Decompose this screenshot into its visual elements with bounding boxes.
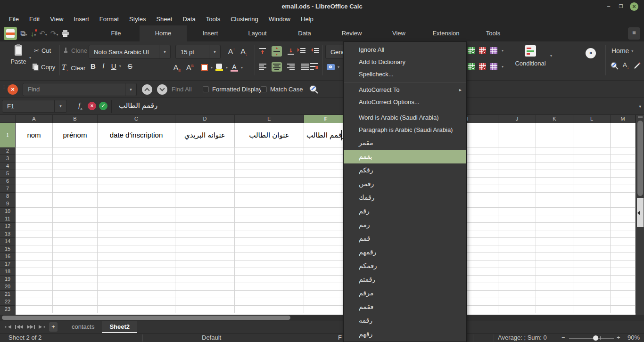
column-header[interactable]: D (175, 115, 235, 123)
row-cells[interactable] (16, 223, 636, 230)
suggestion-item[interactable]: مقمر (344, 136, 466, 150)
sheet-tab[interactable]: contacts (64, 321, 102, 333)
column-options-icon[interactable] (490, 63, 497, 70)
font-size-value[interactable]: 15 pt (176, 49, 209, 56)
row-cells[interactable] (16, 253, 636, 261)
suggestion-item[interactable]: رقمه (344, 314, 466, 327)
format-number-icon[interactable] (327, 64, 335, 70)
vertical-scrollbar-thumb[interactable] (637, 121, 643, 196)
row-cells[interactable] (16, 163, 636, 170)
underline-dropdown-icon[interactable]: ▾ (119, 64, 121, 68)
row-cells[interactable] (16, 193, 636, 200)
underline-button[interactable]: U (111, 62, 116, 70)
row-cells[interactable] (16, 178, 636, 185)
row-header[interactable]: 18 (0, 268, 16, 276)
select-all-corner[interactable] (0, 115, 16, 123)
align-top-button[interactable] (257, 46, 268, 57)
delete-column-icon[interactable] (479, 63, 486, 70)
suggestion-item[interactable]: فقمم (344, 300, 466, 314)
next-sheet-icon[interactable] (26, 325, 35, 329)
cell-reference[interactable]: F1 (2, 100, 54, 112)
previous-sheet-icon[interactable] (15, 325, 24, 329)
vertical-scrollbar[interactable] (636, 115, 644, 315)
name-box[interactable]: F1 ▾ (2, 100, 67, 113)
row1-cell[interactable] (573, 123, 611, 147)
align-bottom-button[interactable] (286, 46, 296, 57)
row-header[interactable]: 20 (0, 283, 16, 291)
row-cells[interactable] (16, 291, 636, 298)
delete-row-icon[interactable] (479, 47, 486, 54)
row-header[interactable]: 11 (0, 215, 16, 223)
row1-cell[interactable]: date d’inscription (98, 123, 175, 147)
row-header[interactable]: 8 (0, 193, 16, 200)
font-name-value[interactable]: Noto Sans Arabic UI (89, 49, 159, 56)
row-cells[interactable] (16, 215, 636, 223)
menubar-toggle-icon[interactable]: ≡ (628, 27, 640, 40)
language-menu-item[interactable]: Word is Arabic (Saudi Arabia) (344, 112, 466, 124)
menubar-item[interactable]: Format (94, 13, 124, 25)
find-history-dropdown-icon[interactable]: ▾ (125, 83, 136, 96)
number-format-dropdown-icon[interactable]: ▾ (338, 65, 339, 69)
sum-info[interactable]: Average: ; Sum: 0 (498, 334, 547, 341)
align-left-button[interactable] (257, 62, 268, 72)
column-header[interactable]: K (536, 115, 573, 123)
restore-button[interactable]: ❐ (617, 2, 625, 11)
find-close-button[interactable]: × (8, 84, 18, 95)
match-case-checkbox[interactable] (261, 86, 267, 92)
edit-mode-icon[interactable] (633, 61, 642, 70)
row1-cell[interactable]: رقمم الطالب (304, 123, 348, 147)
row1-cell[interactable]: عنوانه البريدي (175, 123, 235, 147)
cut-button[interactable]: ✂ Cut (34, 47, 51, 54)
name-box-dropdown-icon[interactable]: ▾ (54, 100, 66, 112)
row-header[interactable]: 12 (0, 223, 16, 230)
sheet-tab[interactable]: Sheet2 (102, 321, 137, 333)
row-header[interactable]: 7 (0, 185, 16, 193)
notebook-tab[interactable]: Insert (187, 25, 234, 41)
row-cells[interactable] (16, 276, 636, 283)
font-size-dropdown-icon[interactable]: ▾ (209, 45, 220, 58)
zoom-slider-handle[interactable] (593, 335, 598, 341)
row-header[interactable]: 19 (0, 276, 16, 283)
row-header[interactable]: 10 (0, 208, 16, 215)
menubar-item[interactable]: Styles (124, 13, 151, 25)
accept-icon[interactable]: ✓ (99, 102, 107, 110)
cancel-icon[interactable]: × (88, 102, 96, 110)
row-header[interactable]: 9 (0, 200, 16, 208)
context-menu-item[interactable]: AutoCorrect To ▸ (344, 84, 466, 96)
suggestion-item[interactable]: رقهم (344, 327, 466, 341)
vertical-scrollbar-top[interactable] (638, 116, 643, 118)
menubar-item[interactable]: Sheet (151, 13, 177, 25)
page-style[interactable]: Default (202, 334, 221, 341)
font-name-combobox[interactable]: Noto Sans Arabic UI ▾ (89, 45, 171, 59)
vertical-scrollbar-marker[interactable] (637, 198, 644, 227)
row-cells[interactable] (16, 230, 636, 238)
suggestion-item[interactable]: بقمم (344, 150, 466, 163)
row-header[interactable]: 13 (0, 230, 16, 238)
context-menu-item[interactable]: Add to Dictionary (344, 56, 466, 68)
suggestion-item[interactable]: رقمن (344, 177, 466, 191)
row-header[interactable]: 5 (0, 170, 16, 178)
insert-column-icon[interactable] (468, 63, 475, 70)
redo-icon[interactable]: ↷▾ (50, 29, 58, 38)
row-cells[interactable] (16, 155, 636, 163)
row-header[interactable]: 14 (0, 238, 16, 245)
find-next-button[interactable] (157, 84, 167, 95)
justify-button[interactable] (300, 62, 310, 72)
column-header[interactable]: B (53, 115, 98, 123)
row-header[interactable]: 21 (0, 291, 16, 298)
notebook-tab[interactable]: Review (328, 25, 375, 41)
formatted-display-checkbox[interactable] (203, 86, 209, 92)
shrink-font-button[interactable]: A↓ (241, 47, 248, 57)
bold-button[interactable]: B (91, 62, 96, 70)
menubar-item[interactable]: Help (296, 13, 319, 25)
highlight-color-icon[interactable] (215, 64, 223, 71)
first-sheet-icon[interactable] (5, 325, 12, 329)
search-settings-icon[interactable] (309, 84, 319, 94)
column-header[interactable]: L (573, 115, 611, 123)
row1-cell[interactable] (498, 123, 536, 147)
find-all-button[interactable]: Find All (172, 86, 192, 93)
minimize-button[interactable]: − (604, 2, 613, 11)
font-name-dropdown-icon[interactable]: ▾ (159, 45, 170, 58)
column-header[interactable]: A (16, 115, 53, 123)
borders-dropdown-icon[interactable]: ▾ (211, 65, 213, 70)
